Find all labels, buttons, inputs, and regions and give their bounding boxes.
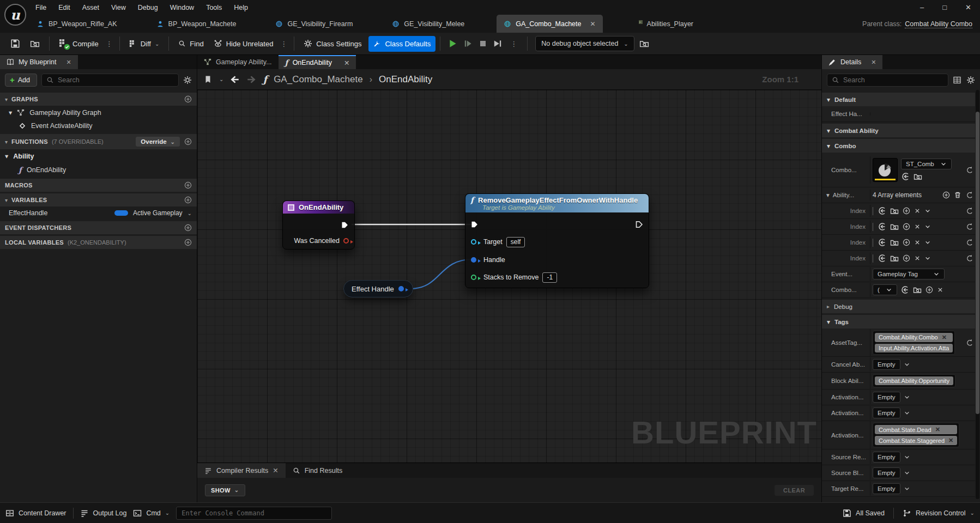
graphs-section-header[interactable]: ▾ GRAPHS	[0, 93, 197, 106]
debug-object-dropdown[interactable]: No debug object selected ⌄	[535, 36, 634, 51]
unreal-logo-icon[interactable]: u	[4, 4, 26, 26]
add-element-icon[interactable]	[903, 207, 910, 215]
display-options-icon[interactable]	[953, 76, 961, 84]
tags-section-header[interactable]: ▾ Tags	[822, 315, 975, 329]
function-item-onendability[interactable]: ƒ OnEndAbility	[0, 163, 197, 177]
menu-file[interactable]: File	[29, 2, 52, 14]
clear-icon[interactable]	[914, 239, 921, 246]
cmd-dropdown[interactable]: Cmd ⌄	[133, 509, 170, 518]
revision-control-button[interactable]: Revision Control ⌄	[903, 509, 975, 518]
close-icon[interactable]: ✕	[273, 466, 278, 475]
browse-asset-icon[interactable]	[890, 206, 899, 215]
add-element-icon[interactable]	[903, 223, 910, 230]
combo-tag-dropdown[interactable]: (	[873, 284, 897, 295]
save-button[interactable]	[5, 35, 25, 52]
event-item-activate-ability[interactable]: Event ActivateAbility	[0, 119, 197, 132]
activation-owned-row[interactable]: Activation... Empty	[822, 390, 975, 405]
revert-icon[interactable]	[966, 207, 973, 215]
close-icon[interactable]: ✕	[871, 59, 876, 66]
node-onendability-event[interactable]: OnEndAbility Was Cancelled	[282, 200, 355, 250]
local-variables-section-header[interactable]: LOCAL VARIABLES (K2_ONENDABILITY)	[0, 236, 197, 249]
tab-gameplay-ability-graph[interactable]: Gameplay Ability...	[197, 55, 279, 69]
handle-pin-icon[interactable]	[471, 257, 476, 263]
gameplay-tag-dropdown[interactable]: Gameplay Tag	[873, 269, 945, 279]
collapse-triangle-icon[interactable]: ▾	[826, 191, 830, 199]
compile-options-icon[interactable]: ⋮	[104, 40, 115, 48]
browse-asset-icon[interactable]	[913, 285, 922, 294]
collapse-triangle-icon[interactable]: ▾	[9, 108, 12, 117]
use-selected-icon[interactable]	[900, 285, 909, 294]
empty-dropdown[interactable]: Empty	[873, 392, 900, 403]
clear-icon[interactable]	[937, 287, 943, 293]
stacks-value-box[interactable]: -1	[542, 272, 557, 283]
diff-button[interactable]: Diff ⌄	[124, 36, 165, 52]
breadcrumb-root[interactable]: GA_Combo_Machete	[274, 74, 362, 85]
effect-handle-row[interactable]: Effect Ha...	[822, 106, 975, 122]
revert-icon[interactable]	[966, 191, 973, 199]
use-selected-icon[interactable]	[878, 238, 886, 247]
chevron-down-icon[interactable]	[924, 255, 931, 262]
browse-debug-button[interactable]	[634, 35, 654, 52]
clear-icon[interactable]	[914, 255, 921, 262]
chevron-down-icon[interactable]	[904, 485, 910, 492]
tab-onendability[interactable]: ƒ OnEndAbility ✕	[279, 55, 356, 69]
chevron-down-icon[interactable]	[924, 208, 931, 214]
empty-dropdown[interactable]: Empty	[873, 359, 900, 370]
class-defaults-button[interactable]: Class Defaults	[368, 36, 435, 52]
close-icon[interactable]: ✕	[344, 59, 349, 67]
revert-icon[interactable]	[966, 223, 973, 230]
node-header[interactable]: ƒ RemoveGameplayEffectFromOwnerWithHandl…	[465, 194, 649, 212]
array-index-row[interactable]: Index	[822, 251, 975, 266]
show-filter-button[interactable]: SHOW ⌄	[205, 484, 245, 496]
combo-asset-dropdown[interactable]: ST_Combo	[901, 159, 952, 169]
chevron-down-icon[interactable]	[904, 454, 910, 460]
details-search-input[interactable]	[843, 76, 943, 84]
remove-tag-icon[interactable]: ✕	[935, 426, 940, 433]
chevron-down-icon[interactable]	[904, 361, 910, 368]
override-dropdown[interactable]: Override ⌄	[136, 137, 180, 147]
target-value-box[interactable]: self	[506, 237, 525, 247]
browse-asset-button[interactable]	[25, 35, 45, 52]
source-required-row[interactable]: Source Re... Empty	[822, 449, 975, 465]
trash-icon[interactable]	[954, 191, 961, 199]
menu-view[interactable]: View	[105, 2, 132, 14]
default-section-header[interactable]: ▾ Default	[822, 93, 975, 106]
breadcrumb-leaf[interactable]: OnEndAbility	[379, 74, 432, 85]
ability-array-row[interactable]: ▾ Ability... 4 Array elements	[822, 187, 975, 203]
add-element-icon[interactable]	[925, 286, 933, 294]
macros-section-header[interactable]: MACROS	[0, 179, 197, 192]
tag-chip[interactable]: Combat.State.Dead✕	[875, 425, 957, 434]
collapse-triangle-icon[interactable]: ▾	[827, 318, 830, 326]
combat-ability-section-header[interactable]: ▾ Combat Ability	[822, 124, 975, 137]
menu-window[interactable]: Window	[164, 2, 200, 14]
collapse-triangle-icon[interactable]: ▾	[5, 96, 8, 102]
revert-icon[interactable]	[966, 239, 973, 246]
asset-tab-bp-weapon-rifle-ak[interactable]: BP_Weapon_Rifle_AK	[29, 15, 124, 33]
collapse-triangle-icon[interactable]: ▾	[5, 152, 8, 160]
revert-icon[interactable]	[966, 254, 973, 262]
menu-help[interactable]: Help	[228, 2, 254, 14]
details-scroll-area[interactable]: ▾ Default Effect Ha... ▾ Combat Ability …	[822, 91, 980, 502]
remove-tag-icon[interactable]: ✕	[948, 437, 953, 444]
add-element-icon[interactable]	[903, 239, 910, 246]
use-selected-icon[interactable]	[878, 222, 886, 231]
details-scrollbar[interactable]	[976, 90, 979, 499]
collapse-triangle-icon[interactable]: ▾	[827, 127, 830, 135]
chevron-down-icon[interactable]	[904, 410, 910, 416]
add-macro-icon[interactable]	[184, 181, 192, 189]
variables-section-header[interactable]: ▾ VARIABLES	[0, 193, 197, 206]
asset-tag-row[interactable]: AssetTag... Combat.Ability.Combo✕ Input.…	[822, 329, 975, 357]
combo-tag-row[interactable]: Combo... (	[822, 282, 975, 298]
exec-pin-icon[interactable]	[341, 221, 349, 229]
graph-canvas[interactable]: OnEndAbility Was Cancelled ƒ RemoveGamep…	[197, 90, 821, 463]
console-command-input[interactable]	[176, 507, 332, 520]
use-selected-icon[interactable]	[878, 254, 886, 263]
find-button[interactable]: Find	[173, 36, 208, 52]
collapse-triangle-icon[interactable]: ▾	[5, 139, 8, 145]
node-remove-gameplay-effect[interactable]: ƒ RemoveGameplayEffectFromOwnerWithHandl…	[465, 193, 649, 288]
debug-section-header[interactable]: ▸ Debug	[822, 300, 975, 313]
add-graph-icon[interactable]	[184, 95, 192, 103]
settings-gear-icon[interactable]	[966, 76, 975, 84]
tab-my-blueprint[interactable]: My Blueprint ✕	[0, 55, 78, 69]
empty-dropdown[interactable]: Empty	[873, 483, 900, 494]
